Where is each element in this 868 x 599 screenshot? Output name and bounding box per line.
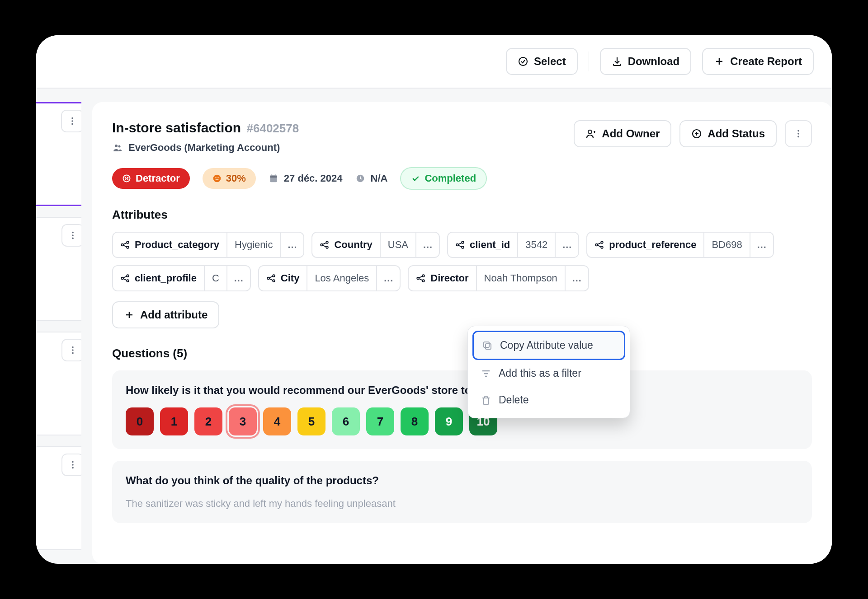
topbar: Select Download Create Report	[36, 35, 832, 89]
attribute-icon	[320, 240, 330, 250]
attribute-icon	[594, 240, 604, 250]
neutral-face-icon	[212, 174, 222, 183]
add-owner-label: Add Owner	[602, 127, 660, 140]
svg-point-8	[72, 349, 74, 351]
card-more-button[interactable]	[61, 339, 81, 361]
card-item[interactable]	[36, 102, 81, 206]
attribute-more-button[interactable]: …	[750, 233, 773, 257]
attribute-more-button[interactable]: …	[415, 233, 439, 257]
person-add-icon	[585, 128, 596, 139]
svg-point-4	[72, 232, 74, 234]
svg-rect-29	[271, 174, 272, 177]
card-item[interactable]	[36, 332, 81, 435]
card-item[interactable]	[36, 217, 81, 321]
svg-point-21	[125, 178, 126, 178]
attribute-value: BD698	[703, 233, 749, 257]
nps-cell-8[interactable]: 8	[401, 407, 429, 435]
menu-copy-attribute[interactable]: Copy Attribute value	[472, 331, 625, 360]
svg-point-10	[72, 461, 74, 463]
kebab-icon	[68, 345, 78, 355]
copy-icon	[482, 340, 493, 351]
nps-cell-5[interactable]: 5	[297, 407, 326, 435]
sad-face-icon	[122, 174, 131, 183]
menu-add-filter[interactable]: Add this as a filter	[472, 360, 625, 387]
nps-cell-0[interactable]: 0	[126, 407, 154, 435]
add-owner-button[interactable]: Add Owner	[574, 120, 671, 147]
download-button[interactable]: Download	[600, 48, 692, 75]
page-title: In-store satisfaction	[112, 120, 241, 135]
nps-cell-7[interactable]: 7	[366, 407, 394, 435]
attribute-icon	[120, 273, 130, 283]
add-attribute-button[interactable]: Add attribute	[112, 301, 219, 328]
svg-point-23	[213, 175, 221, 183]
status-badge: Completed	[400, 167, 487, 190]
card-more-button[interactable]	[61, 110, 81, 132]
add-attribute-label: Add attribute	[140, 309, 208, 321]
nps-cell-9[interactable]: 9	[435, 407, 463, 435]
nps-cell-6[interactable]: 6	[332, 407, 360, 435]
svg-rect-28	[270, 176, 277, 178]
svg-point-7	[72, 346, 74, 348]
clock-icon	[355, 173, 365, 183]
svg-point-17	[797, 130, 799, 132]
nps-cell-4[interactable]: 4	[263, 407, 291, 435]
card-more-button[interactable]	[61, 224, 81, 247]
attribute-key: client_profile	[113, 266, 204, 290]
attribute-icon	[266, 273, 276, 283]
svg-rect-54	[484, 342, 489, 347]
svg-point-13	[115, 145, 118, 147]
create-report-button[interactable]: Create Report	[702, 48, 814, 75]
svg-point-12	[72, 467, 74, 469]
calendar-icon	[269, 173, 278, 183]
attribute-more-button[interactable]: …	[376, 266, 400, 290]
trash-icon	[481, 395, 491, 406]
svg-point-14	[118, 145, 121, 148]
card-list	[36, 89, 81, 564]
select-label: Select	[534, 55, 566, 68]
nps-cell-1[interactable]: 1	[160, 407, 188, 435]
plus-icon	[714, 56, 725, 67]
svg-point-19	[797, 136, 799, 138]
attribute-more-button[interactable]: …	[226, 266, 250, 290]
attribute-value: C	[204, 266, 226, 290]
question-nps: How likely is it that you would recommen…	[112, 370, 812, 449]
detail-panel: In-store satisfaction #6402578 EverGoods…	[92, 102, 832, 564]
attribute-chip: product_referenceBD698…	[586, 232, 774, 258]
attributes-heading: Attributes	[112, 208, 812, 222]
svg-point-24	[215, 177, 216, 178]
nps-cell-2[interactable]: 2	[194, 407, 222, 435]
nps-cell-3[interactable]: 3	[229, 407, 257, 435]
attribute-icon	[416, 273, 426, 283]
kebab-icon	[68, 460, 78, 470]
attribute-more-button[interactable]: …	[565, 266, 588, 290]
group-icon	[112, 142, 123, 153]
card-item[interactable]	[36, 446, 81, 550]
add-status-button[interactable]: Add Status	[679, 120, 777, 147]
org-name: EverGoods (Marketing Account)	[128, 142, 280, 154]
divider	[589, 51, 589, 71]
attribute-chip: client_profileC…	[112, 265, 251, 291]
attribute-more-button[interactable]: …	[280, 233, 303, 257]
score-badge: 30%	[203, 168, 256, 189]
svg-point-9	[72, 352, 74, 354]
svg-point-6	[72, 238, 74, 239]
panel-more-button[interactable]	[785, 120, 812, 147]
question-text: How likely is it that you would recommen…	[126, 384, 798, 397]
svg-rect-30	[275, 174, 276, 177]
detractor-badge: Detractor	[112, 168, 190, 189]
question-open: What do you think of the quality of the …	[112, 461, 812, 523]
menu-delete[interactable]: Delete	[472, 387, 625, 413]
attribute-chip: DirectorNoah Thompson…	[408, 265, 589, 291]
card-more-button[interactable]	[61, 454, 81, 476]
plus-circle-icon	[691, 128, 702, 139]
svg-point-25	[217, 177, 218, 178]
svg-point-2	[71, 120, 73, 122]
question-text: What do you think of the quality of the …	[126, 474, 798, 487]
kebab-icon	[793, 129, 803, 139]
filter-icon	[481, 368, 491, 379]
attribute-value: Hygienic	[226, 233, 280, 257]
attribute-key: City	[259, 266, 307, 290]
attribute-more-button[interactable]: …	[555, 233, 578, 257]
attribute-chip: CityLos Angeles…	[258, 265, 401, 291]
select-button[interactable]: Select	[506, 48, 578, 75]
